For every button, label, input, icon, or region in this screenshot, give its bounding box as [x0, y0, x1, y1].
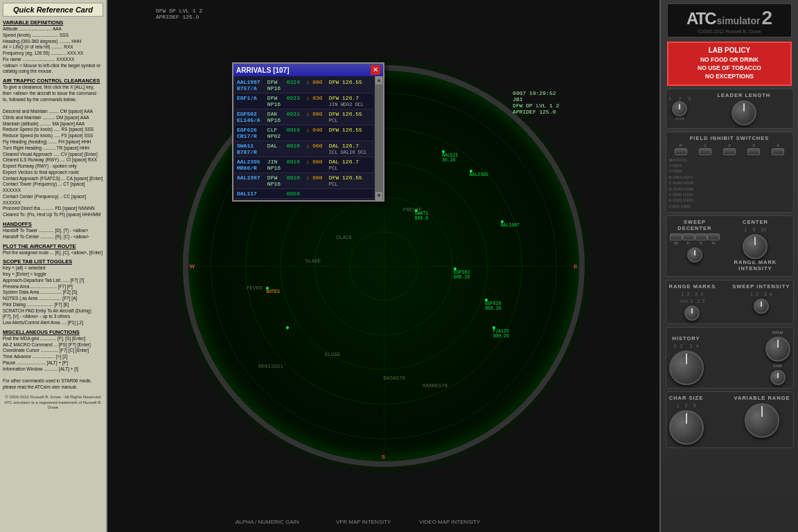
char-size-knob[interactable] [669, 410, 704, 445]
range-marks-section: RANGE MARKS 1 2 3 4 OFF 1 2 3 SWEEP INTE… [666, 280, 794, 324]
arr-spd-2: ↓ 030 [304, 94, 327, 109]
fi-knob-4: 4 [772, 143, 784, 155]
arrivals-titlebar[interactable]: ARRIVALS [107] ✕ [233, 64, 383, 76]
variable-range-title: VARIABLE RANGE [734, 395, 790, 401]
sweep-decenter-knob[interactable] [687, 247, 702, 263]
right-hardware-panel: ATC simulator 2 ©2000-2012 Russell B. Do… [659, 0, 798, 532]
alpha-numeric-gain-label: ALPHA / NUMERIC GAIN [236, 519, 299, 525]
sweep-intensity-title: SWEEP INTENSITY [732, 283, 790, 290]
6nm-label: 6NM [773, 364, 782, 368]
char-nums: 1 2 3 [677, 403, 696, 408]
arr-callsign-6: AAL2395MR80/R [235, 157, 265, 173]
arr-num-3: 3 [688, 96, 691, 101]
sweep-btns-row: W F 5 N [670, 233, 720, 245]
copyright-text: ©2000-2012 Russell B. Dowe [672, 29, 787, 34]
60nm-knob[interactable] [765, 337, 790, 362]
fi-knob-p: P [675, 143, 687, 155]
arr-code-4: 0918 [285, 125, 304, 141]
fi-switch-1[interactable] [699, 148, 711, 155]
geo-label-7: BASAS70 [384, 375, 406, 381]
top-info-bar: DFW DP LVL 1 2 APRIDEF 125.0 [149, 3, 659, 24]
arrivals-window[interactable]: ARRIVALS [107] ✕ ▲ ▼ AAL1997B757/A DFWNP… [232, 62, 384, 202]
history-group: HISTORY 1 2 3 4 [669, 335, 704, 385]
arr-fix-7: DFWNP16 [265, 173, 285, 189]
qrc-section-plot: PLOT THE AIRCRAFT ROUTE [3, 243, 103, 249]
arr-code-5: 0916 [285, 141, 304, 157]
arrivals-scroll-down[interactable]: ▼ [375, 192, 382, 200]
c-num-10: 10 [761, 227, 766, 232]
qrc-title: Quick Reference Card [3, 3, 103, 17]
fi-knob-3: 3 [747, 143, 760, 155]
track-aal2395: AAL2395 [470, 168, 488, 177]
lab-policy-title: LAB POLICY [672, 46, 787, 54]
arrivals-scrollbar[interactable]: ▲ ▼ [375, 76, 383, 200]
arr-callsign-5: SWA11B787/R [235, 141, 265, 157]
qrc-footer: © 2000-2012 Russell B. Dowe - All Rights… [3, 395, 103, 411]
arrivals-row-2: EGF1/A DFWNP16 0923 ↓ 030 DFW 126.7JIN W… [235, 94, 373, 109]
sw-btn-5[interactable] [695, 233, 707, 240]
lab-policy-line2: NO USE OF TOBACCO [672, 64, 787, 73]
qrc-misc-text: Find the MDA grid ............. [F], [S]… [3, 336, 103, 391]
fi-switch-3[interactable] [747, 148, 760, 155]
fi-knob-2: 2 [723, 143, 736, 155]
track-generic-4 [286, 325, 289, 330]
geo-label-2: PREVIF [403, 207, 422, 213]
sweep-center-section: SWEEP DECENTER W F 5 [666, 215, 794, 277]
sweep-intensity-knob[interactable] [754, 299, 769, 314]
fi-switch-2[interactable] [723, 148, 736, 155]
fi-switch-4[interactable] [772, 148, 784, 155]
field-inhibit-row: P 1 2 3 4 [669, 143, 790, 155]
arr-callsign-1: AAL1997B757/A [235, 78, 265, 94]
sw-n: N [707, 233, 720, 245]
arr-code-3: 0921 [285, 109, 304, 125]
arrivals-row-7: AAL1997 DFWNP16 0916 ↓ 080 DFW 126.55PCL [235, 173, 373, 189]
variable-range-knob[interactable] [745, 403, 779, 438]
arr-fix-3: DAKNP16 [265, 109, 285, 125]
qrc-section-atc: AIR TRAFFIC CONTROL CLEARANCES [3, 78, 103, 84]
char-variable-section: CHAR SIZE 1 2 3 VARIABLE RANGE [666, 391, 794, 448]
sweep-decenter-title: SWEEP DECENTER [669, 219, 721, 231]
qrc-atc-text: To give a clearance, first click the X [… [3, 85, 103, 218]
track-egf626: EGF626066.26 [485, 297, 501, 311]
arr-num-2: 2 [678, 96, 681, 101]
arrivals-content[interactable]: AAL1997B757/A DFWNP16 0324 ↓ 080 DFW 126… [233, 76, 375, 200]
arr-code-1: 0324 [285, 78, 304, 94]
arrivals-row-4: EGF626CR17/R CLFNP02 0918 ↓ 040 DFW 126.… [235, 125, 373, 141]
arr-knob[interactable] [672, 101, 687, 116]
arr-callsign-7: AAL1997 [235, 173, 265, 189]
geo-label-6: RENISS51 [258, 364, 283, 369]
arrivals-close-btn[interactable]: ✕ [371, 65, 380, 75]
track-egf502: EGF502066.26 [454, 266, 470, 280]
center-title: CENTER [743, 219, 768, 225]
sw-btn-n[interactable] [707, 233, 720, 240]
leader-length-knob[interactable] [732, 100, 756, 125]
arrivals-scroll-up[interactable]: ▲ [375, 76, 382, 85]
qrc-scope-text: Key + (all) = selected Key + [Enter] = t… [3, 265, 103, 326]
arr-spd-8 [304, 189, 327, 199]
arr-freq-5: DAL 126.7ICL DALI6 DCL [327, 141, 373, 157]
fi-knob-1: 1 [699, 143, 711, 155]
arr-callsign-4: EGF626CR17/R [235, 125, 265, 141]
sw-btn-w[interactable] [670, 233, 682, 240]
arr-numbers: 1 2 3 [669, 96, 691, 101]
6nm-knob[interactable] [770, 370, 786, 385]
track-generic-2: NOTES [266, 285, 280, 294]
arr-freq-1: DFW 126.55 [327, 78, 373, 94]
arrivals-row-3: EGF502EL145/A DAKNP16 0921 ↓ 080 DFW 126… [235, 109, 373, 125]
fi-switch-p[interactable] [675, 148, 687, 155]
geo-label-3: OLADE [305, 258, 321, 264]
radar-south-label: S [382, 454, 385, 460]
char-size-title: CHAR SIZE [669, 395, 703, 401]
arr-label: ARR [675, 116, 684, 121]
arrivals-row-5: SWA11B787/R DAL 0916 ↓ 060 DAL 126.7ICL … [235, 141, 373, 157]
char-size-group: CHAR SIZE 1 2 3 [669, 395, 704, 445]
sweep-decenter-group: SWEEP DECENTER W F 5 [669, 219, 721, 263]
history-knob[interactable] [669, 351, 704, 385]
range-marks-row2: OFF 1 2 3 [680, 299, 704, 303]
lab-policy-line1: NO FOOD OR DRINK [672, 56, 787, 64]
char-variable-row: CHAR SIZE 1 2 3 VARIABLE RANGE [669, 395, 790, 445]
sw-btn-f[interactable] [682, 233, 695, 240]
arr-callsign-2: EGF1/A [235, 94, 265, 109]
range-marks-knob[interactable] [684, 305, 700, 321]
center-knob[interactable] [743, 234, 768, 259]
